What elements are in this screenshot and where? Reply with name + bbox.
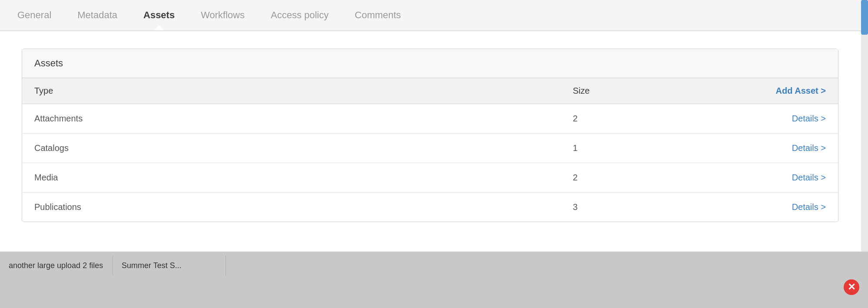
- details-action-cell: Details >: [724, 104, 838, 134]
- assets-card: Assets Type Size Add Asset >: [22, 49, 838, 222]
- details-action-cell: Details >: [724, 193, 838, 222]
- content-area: Assets Type Size Add Asset >: [0, 31, 868, 239]
- tab-bar: General Metadata Assets Workflows Access…: [0, 0, 868, 31]
- close-icon[interactable]: ✕: [844, 279, 859, 295]
- main-area: General Metadata Assets Workflows Access…: [0, 0, 868, 252]
- scrollbar-thumb[interactable]: [861, 0, 868, 35]
- details-link-attachments[interactable]: Details >: [792, 114, 826, 123]
- column-type-header: Type: [22, 78, 560, 104]
- table-header-row: Type Size Add Asset >: [22, 78, 838, 104]
- details-link-catalogs[interactable]: Details >: [792, 143, 826, 153]
- bottom-bar: another large upload 2 files Summer Test…: [0, 252, 868, 308]
- size-cell: 1: [560, 134, 724, 163]
- assets-card-title: Assets: [34, 58, 63, 69]
- bottom-cell-1: another large upload 2 files: [0, 256, 113, 275]
- table-row: Catalogs 1 Details >: [22, 134, 838, 163]
- type-cell: Catalogs: [22, 134, 560, 163]
- type-cell: Media: [22, 163, 560, 193]
- bottom-cell-2: Summer Test S...: [113, 256, 226, 275]
- table-row: Media 2 Details >: [22, 163, 838, 193]
- add-asset-button[interactable]: Add Asset >: [724, 78, 838, 104]
- assets-table: Type Size Add Asset > Attachments: [22, 78, 838, 222]
- details-link-publications[interactable]: Details >: [792, 202, 826, 212]
- tab-assets[interactable]: Assets: [143, 1, 175, 29]
- size-cell: 2: [560, 104, 724, 134]
- assets-card-header: Assets: [22, 49, 838, 78]
- tab-access-policy[interactable]: Access policy: [271, 1, 328, 29]
- size-cell: 3: [560, 193, 724, 222]
- table-row: Attachments 2 Details >: [22, 104, 838, 134]
- type-cell: Publications: [22, 193, 560, 222]
- details-action-cell: Details >: [724, 134, 838, 163]
- tab-general[interactable]: General: [17, 1, 51, 29]
- tab-comments[interactable]: Comments: [355, 1, 401, 29]
- column-size-header: Size: [560, 78, 724, 104]
- details-action-cell: Details >: [724, 163, 838, 193]
- scrollbar-track[interactable]: [861, 0, 868, 252]
- tab-metadata[interactable]: Metadata: [77, 1, 117, 29]
- table-row: Publications 3 Details >: [22, 193, 838, 222]
- type-cell: Attachments: [22, 104, 560, 134]
- tab-workflows[interactable]: Workflows: [201, 1, 245, 29]
- size-cell: 2: [560, 163, 724, 193]
- details-link-media[interactable]: Details >: [792, 173, 826, 182]
